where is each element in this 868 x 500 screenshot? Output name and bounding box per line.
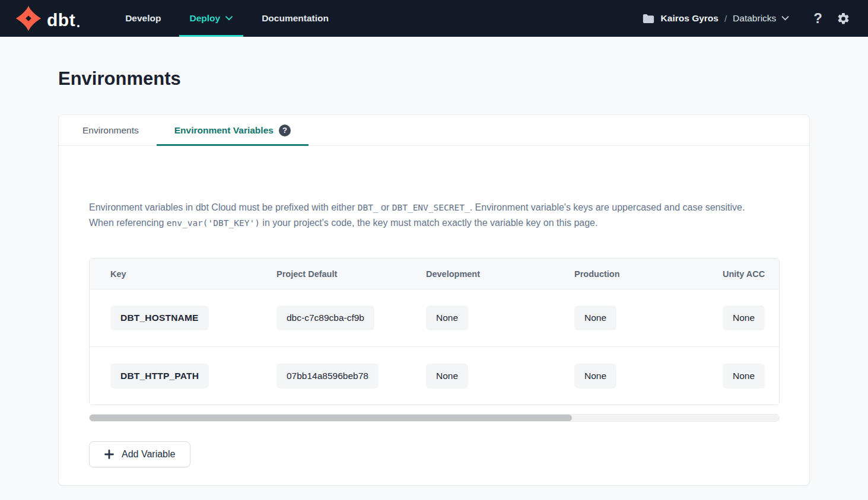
- code-env-var-example: env_var('DBT_KEY'): [167, 218, 260, 228]
- env-var-unity-acc-value[interactable]: None: [723, 364, 765, 388]
- help-button[interactable]: ?: [813, 10, 822, 27]
- env-var-unity-acc-value[interactable]: None: [723, 305, 765, 330]
- dbt-logo-icon: [15, 5, 42, 31]
- env-var-description: Environment variables in dbt Cloud must …: [89, 200, 779, 231]
- nav-account-area: Kairos Gyros / Databricks ?: [643, 10, 850, 27]
- env-var-table: Key Project Default Development Producti…: [89, 258, 780, 405]
- folder-icon: [643, 14, 654, 24]
- breadcrumb-separator: /: [724, 14, 727, 24]
- environment-selector[interactable]: Databricks: [733, 13, 790, 24]
- table-row: DBT_HOSTNAME dbc-c7c89cba-cf9b None None…: [90, 289, 780, 347]
- tab-panel-environment-variables: Environment variables in dbt Cloud must …: [59, 146, 809, 485]
- gear-icon[interactable]: [837, 12, 850, 26]
- code-dbt-prefix: DBT_: [358, 203, 379, 212]
- col-header-key: Key: [90, 269, 256, 279]
- nav-item-documentation[interactable]: Documentation: [252, 0, 339, 37]
- col-header-development: Development: [405, 269, 554, 279]
- env-var-development-value[interactable]: None: [426, 364, 468, 388]
- dbt-logo[interactable]: dbt: [15, 5, 80, 31]
- nav-links: Develop Deploy Documentation: [115, 0, 339, 37]
- env-var-production-value[interactable]: None: [574, 305, 616, 330]
- tab-environment-variables[interactable]: Environment Variables ?: [157, 115, 309, 145]
- chevron-down-icon: [781, 15, 790, 21]
- circle-question-icon[interactable]: ?: [279, 125, 291, 136]
- env-var-key[interactable]: DBT_HTTP_PATH: [110, 364, 209, 388]
- brand-wordmark: dbt: [47, 9, 80, 31]
- nav-item-develop[interactable]: Develop: [115, 0, 171, 37]
- environment-selector-value: Databricks: [733, 13, 776, 24]
- add-variable-label: Add Variable: [122, 449, 175, 460]
- env-var-development-value[interactable]: None: [426, 305, 468, 330]
- main-content: Environments Environments Environment Va…: [0, 68, 868, 486]
- env-var-project-default[interactable]: dbc-c7c89cba-cf9b: [276, 305, 374, 330]
- env-var-key[interactable]: DBT_HOSTNAME: [110, 305, 209, 330]
- account-project-name[interactable]: Kairos Gyros: [661, 13, 718, 24]
- col-header-unity-acc: Unity ACC: [702, 269, 780, 279]
- nav-item-deploy[interactable]: Deploy: [179, 0, 243, 37]
- add-variable-button[interactable]: Add Variable: [89, 441, 190, 467]
- scrollbar-thumb[interactable]: [90, 415, 572, 421]
- col-header-project-default: Project Default: [256, 269, 405, 279]
- col-header-production: Production: [554, 269, 702, 279]
- tab-bar: Environments Environment Variables ?: [59, 115, 809, 146]
- code-dbt-env-secret-prefix: DBT_ENV_SECRET_: [392, 203, 470, 212]
- environments-card: Environments Environment Variables ? Env…: [58, 114, 810, 486]
- table-row: DBT_HTTP_PATH 07bb14a8596beb78 None None…: [90, 347, 780, 405]
- plus-icon: [104, 450, 114, 459]
- env-var-production-value[interactable]: None: [574, 364, 616, 388]
- page-title: Environments: [58, 68, 810, 90]
- tab-environments[interactable]: Environments: [65, 115, 157, 145]
- chevron-down-icon: [225, 15, 233, 21]
- table-header-row: Key Project Default Development Producti…: [90, 259, 780, 289]
- table-horizontal-scrollbar[interactable]: [89, 414, 780, 422]
- env-var-project-default[interactable]: 07bb14a8596beb78: [276, 364, 379, 388]
- top-nav: dbt Develop Deploy Documentation Kairos …: [0, 0, 868, 37]
